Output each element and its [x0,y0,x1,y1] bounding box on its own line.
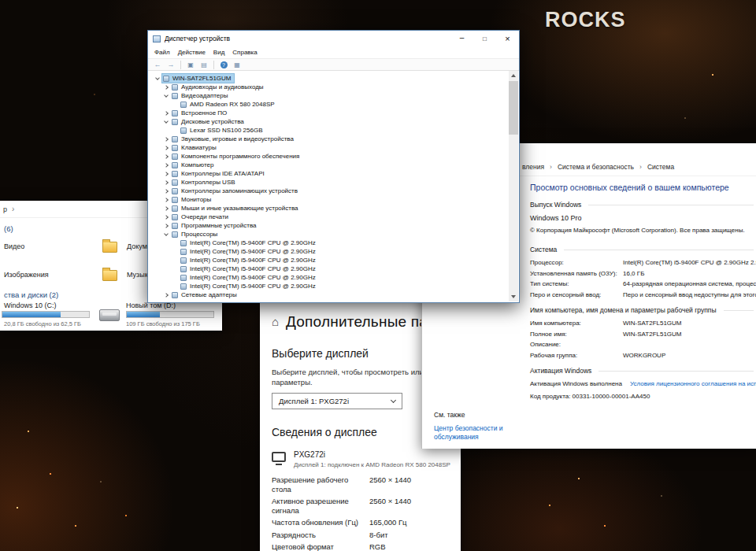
device-tree-item[interactable]: Аудиовходы и аудиовыходы [150,83,509,91]
tree-item-body: Мыши и иные указывающие устройства [171,204,301,213]
software-component-icon [172,153,178,160]
device-tree-item[interactable]: Сетевые адаптеры [150,290,509,299]
security-center-link[interactable]: Центр безопасности и обслуживания [434,424,510,442]
cpu-icon [180,266,187,272]
expand-chevron-icon[interactable] [164,224,169,228]
folder-tile[interactable]: Видео [0,235,98,261]
device-tree-item[interactable]: Intel(R) Core(TM) i5-9400F CPU @ 2.90GHz [150,264,509,273]
expand-chevron-icon[interactable] [164,293,169,298]
cpu-icon [180,275,187,281]
display-info-label: Частота обновления (Гц) [272,518,369,527]
display-select-dropdown[interactable]: Дисплей 1: PXG272i [272,393,402,409]
expand-chevron-icon[interactable] [164,146,169,150]
menu-file[interactable]: Файл [150,49,174,56]
expand-chevron-icon[interactable] [164,172,169,176]
scan-devices-icon[interactable] [232,60,243,69]
device-tree-item[interactable]: Intel(R) Core(TM) i5-9400F CPU @ 2.90GHz [150,247,509,256]
expand-chevron-icon[interactable] [164,180,169,185]
expand-chevron-icon[interactable] [164,163,169,168]
breadcrumb-chevron-icon [639,163,642,171]
computer-name-value: WIN-SAT2FL51GUM [623,331,682,338]
device-tree-item[interactable]: Intel(R) Core(TM) i5-9400F CPU @ 2.90GHz [150,282,509,290]
tree-item-body: Intel(R) Core(TM) i5-9400F CPU @ 2.90GHz [180,247,318,256]
expand-chevron-icon[interactable] [164,215,169,220]
drive-tile[interactable]: Новый том (D:)109 ГБ свободно из 175 ГБ [99,301,217,330]
cpu-icon [180,283,187,290]
device-tree-item[interactable]: Intel(R) Core(TM) i5-9400F CPU @ 2.90GHz [150,239,509,247]
collapse-chevron-icon[interactable] [155,76,160,80]
tree-item-body: Видеоадаптеры [171,91,231,100]
tree-item-body: Intel(R) Core(TM) i5-9400F CPU @ 2.90GHz [180,264,318,273]
device-tree-item[interactable]: Intel(R) Core(TM) i5-9400F CPU @ 2.90GHz [150,273,509,282]
scroll-thumb[interactable] [509,81,518,135]
device-manager-titlebar[interactable]: Диспетчер устройств [148,31,519,46]
menu-action[interactable]: Действие [174,49,209,56]
device-tree-item[interactable]: Lexar SSD NS100 256GB [150,126,509,135]
device-tree-item[interactable]: Очереди печати [150,213,509,221]
capacity-bar [2,311,90,318]
back-icon[interactable] [152,60,163,69]
expand-chevron-icon[interactable] [164,198,169,202]
scroll-down-icon[interactable] [509,292,518,301]
expand-chevron-icon[interactable] [164,137,169,142]
computer-name-row: Рабочая группа:WORKGROUP [530,352,754,360]
tree-scrollbar[interactable] [509,71,518,301]
audio-device-icon [172,84,178,91]
expand-chevron-icon[interactable] [164,111,169,116]
computer-name-value: WIN-SAT2FL51GUM [623,320,682,327]
device-tree-item[interactable]: Встроенное ПО [150,109,509,117]
device-tree-item[interactable]: AMD Radeon RX 580 2048SP [150,100,509,109]
menu-view[interactable]: Вид [209,49,228,56]
forward-icon[interactable] [165,60,176,69]
device-tree-item[interactable]: WIN-SAT2FL51GUM [150,74,509,83]
device-tree-item[interactable]: Контроллеры IDE ATA/ATAPI [150,169,509,178]
folder-tile-label: Видео [4,242,24,250]
license-terms-link[interactable]: Условия лицензионного соглашения на испо… [630,380,756,387]
device-tree-item[interactable]: Intel(R) Core(TM) i5-9400F CPU @ 2.90GHz [150,256,509,264]
display-info-label: Разрешение рабочего стола [272,475,369,494]
expand-chevron-icon[interactable] [164,85,169,90]
device-tree-item[interactable]: Компоненты программного обеспечения [150,152,509,161]
device-tree-item[interactable]: Мониторы [150,195,509,204]
collapse-chevron-icon[interactable] [164,119,169,124]
computer-name-section-header: Имя компьютера, имя домена и параметры р… [530,306,754,314]
storage-controller-icon [172,188,178,194]
windows-edition-header: Выпуск Windows [530,201,754,209]
help-icon[interactable] [218,60,229,69]
expand-chevron-icon[interactable] [164,154,169,159]
breadcrumb-system-security[interactable]: Система и безопасность [558,163,634,171]
console-window-icon[interactable] [185,60,196,69]
expand-chevron-icon[interactable] [164,189,169,194]
tree-item-body: Lexar SSD NS100 256GB [180,126,265,135]
device-tree-item[interactable]: Программные устройства [150,221,509,230]
home-icon[interactable] [272,315,279,329]
device-tree-item[interactable]: Компьютер [150,161,509,169]
close-button[interactable] [496,31,519,46]
breadcrumb-control-panel-fragment[interactable]: вления [522,163,544,171]
device-tree-item[interactable]: Процессоры [150,230,509,239]
device-tree-item[interactable]: Контроллеры запоминающих устройств [150,187,509,195]
device-tree-item[interactable]: Контроллеры USB [150,178,509,187]
device-tree-item[interactable]: Мыши и иные указывающие устройства [150,204,509,213]
system-content: Просмотр основных сведений о вашем компь… [530,183,754,400]
device-tree-item-label: Компоненты программного обеспечения [181,152,299,161]
device-tree-item[interactable]: Дисковые устройства [150,117,509,126]
device-tree-item-label: Intel(R) Core(TM) i5-9400F CPU @ 2.90GHz [190,239,316,247]
free-space-caption: 109 ГБ свободно из 175 ГБ [126,320,200,327]
device-tree-item[interactable]: Видеоадаптеры [150,91,509,100]
breadcrumb-system[interactable]: Система [647,163,674,171]
scroll-up-icon[interactable] [509,71,518,80]
properties-icon[interactable] [198,60,209,69]
device-tree-item[interactable]: Звуковые, игровые и видеоустройства [150,135,509,143]
device-tree-item[interactable]: Клавиатуры [150,143,509,152]
expand-chevron-icon[interactable] [164,206,169,211]
explorer-breadcrumb-fragment[interactable]: р [3,205,7,213]
breadcrumb-chevron-icon [12,205,14,213]
menu-help[interactable]: Справка [228,49,261,56]
maximize-button[interactable] [473,31,496,46]
minimize-button[interactable] [450,31,473,46]
collapse-chevron-icon[interactable] [164,93,169,98]
folder-tile[interactable]: Изображения [0,264,98,289]
display-info-value: 2560 × 1440 [369,475,458,494]
collapse-chevron-icon[interactable] [164,231,169,236]
